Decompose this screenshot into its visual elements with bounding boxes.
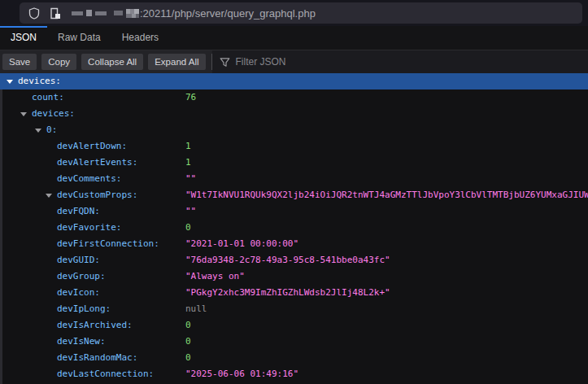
expander-icon[interactable] bbox=[7, 80, 13, 84]
json-key: devGUID bbox=[57, 255, 100, 265]
json-row-devIsArchived[interactable]: devIsArchived 0 bbox=[0, 317, 588, 334]
copy-button[interactable]: Copy bbox=[41, 54, 76, 70]
json-key: count bbox=[32, 92, 64, 103]
json-key: devices bbox=[32, 108, 75, 119]
json-row-devComments[interactable]: devComments "" bbox=[0, 171, 588, 187]
json-row-devGroup[interactable]: devGroup "Always on" bbox=[0, 268, 588, 285]
expand-all-button[interactable]: Expand All bbox=[148, 54, 205, 70]
shield-icon[interactable] bbox=[28, 7, 40, 20]
filter-funnel-icon bbox=[220, 57, 230, 68]
json-value: 76 bbox=[185, 92, 196, 103]
json-key: devCustomProps bbox=[57, 190, 137, 200]
json-value: 1 bbox=[185, 157, 191, 168]
tab-raw-data[interactable]: Raw Data bbox=[47, 26, 111, 50]
expander-icon[interactable] bbox=[46, 194, 52, 198]
json-row-devFQDN[interactable]: devFQDN "" bbox=[0, 203, 588, 220]
json-key: devices bbox=[18, 76, 61, 86]
json-value: "2025-06-06 01:49:16" bbox=[185, 369, 298, 379]
filter-placeholder: Filter JSON bbox=[236, 56, 286, 68]
filter-json-input[interactable]: Filter JSON bbox=[212, 50, 588, 73]
json-tree: devices count 76 devices 0 devAlertDown … bbox=[0, 73, 588, 384]
json-value: "Always on" bbox=[185, 271, 245, 281]
jsonviewer-tabbar: JSON Raw Data Headers bbox=[0, 26, 588, 50]
jsonviewer-toolbar: Save Copy Collapse All Expand All Filter… bbox=[0, 50, 588, 73]
json-row-0[interactable]: 0 bbox=[0, 122, 588, 138]
browser-toolbar: :20211/php/server/query_graphql.php bbox=[0, 0, 588, 26]
json-key: 0 bbox=[46, 124, 57, 135]
tab-json[interactable]: JSON bbox=[0, 26, 47, 50]
json-value: "" bbox=[185, 206, 196, 216]
json-key: devComments bbox=[57, 173, 121, 184]
redacted-host bbox=[72, 9, 139, 18]
json-key: devAlertDown bbox=[57, 141, 127, 151]
url-bar[interactable]: :20211/php/server/query_graphql.php bbox=[20, 2, 582, 24]
json-value: 0 bbox=[185, 222, 191, 233]
json-key: devFirstConnection bbox=[57, 238, 159, 249]
json-value: "PGkgY2xhc3M9ImZhIGZhLWdsb2JlIj48L2k+" bbox=[185, 287, 390, 298]
json-value: "2021-01-01 00:00:00" bbox=[185, 238, 298, 249]
json-value: 0 bbox=[185, 352, 191, 363]
json-key: devAlertEvents bbox=[57, 157, 137, 168]
json-row-devFavorite[interactable]: devFavorite 0 bbox=[0, 220, 588, 236]
page-info-icon[interactable] bbox=[50, 7, 61, 20]
json-value: 1 bbox=[185, 141, 191, 151]
json-key: devIsArchived bbox=[57, 320, 133, 330]
json-key: devLastConnection bbox=[57, 369, 154, 379]
json-value: "76da9348-2c78-49a3-95c8-541bbe0a43fc" bbox=[185, 255, 390, 265]
json-row-devCustomProps[interactable]: devCustomProps "W1t7IkNVU1RQUk9QX2ljb24i… bbox=[0, 187, 588, 203]
json-row-devices[interactable]: devices bbox=[0, 106, 588, 122]
json-key: devFQDN bbox=[57, 206, 100, 216]
json-row-devices[interactable]: devices bbox=[0, 73, 588, 89]
json-key: devIcon bbox=[57, 287, 100, 298]
expander-icon[interactable] bbox=[35, 129, 41, 133]
json-row-devIpLong[interactable]: devIpLong null bbox=[0, 301, 588, 317]
json-value: 0 bbox=[185, 320, 191, 330]
json-row-devAlertEvents[interactable]: devAlertEvents 1 bbox=[0, 155, 588, 171]
json-row-devIsNew[interactable]: devIsNew 0 bbox=[0, 334, 588, 350]
json-key: devIsNew bbox=[57, 336, 106, 347]
json-row-devFirstConnection[interactable]: devFirstConnection "2021-01-01 00:00:00" bbox=[0, 236, 588, 252]
tab-headers[interactable]: Headers bbox=[111, 26, 169, 50]
json-key: devIsRandomMac bbox=[57, 352, 137, 363]
expander-icon[interactable] bbox=[20, 112, 27, 116]
json-value: 0 bbox=[185, 336, 191, 347]
json-key: devFavorite bbox=[57, 222, 121, 233]
json-row-devIcon[interactable]: devIcon "PGkgY2xhc3M9ImZhIGZhLWdsb2JlIj4… bbox=[0, 285, 588, 301]
json-row-count[interactable]: count 76 bbox=[0, 89, 588, 106]
collapse-all-button[interactable]: Collapse All bbox=[81, 54, 143, 70]
json-key: devIpLong bbox=[57, 303, 111, 314]
url-text: :20211/php/server/query_graphql.php bbox=[140, 7, 316, 20]
json-key: devGroup bbox=[57, 271, 106, 281]
save-button[interactable]: Save bbox=[2, 54, 37, 70]
json-value: null bbox=[185, 303, 207, 314]
json-row-devIsRandomMac[interactable]: devIsRandomMac 0 bbox=[0, 350, 588, 366]
json-row-devGUID[interactable]: devGUID "76da9348-2c78-49a3-95c8-541bbe0… bbox=[0, 252, 588, 268]
json-value: "" bbox=[185, 173, 196, 184]
json-row-devLastConnection[interactable]: devLastConnection "2025-06-06 01:49:16" bbox=[0, 366, 588, 382]
json-value: "W1t7IkNVU1RQUk9QX2ljb24iOiJQR2tnWTJ4aGM… bbox=[185, 190, 588, 200]
json-row-devAlertDown[interactable]: devAlertDown 1 bbox=[0, 138, 588, 155]
